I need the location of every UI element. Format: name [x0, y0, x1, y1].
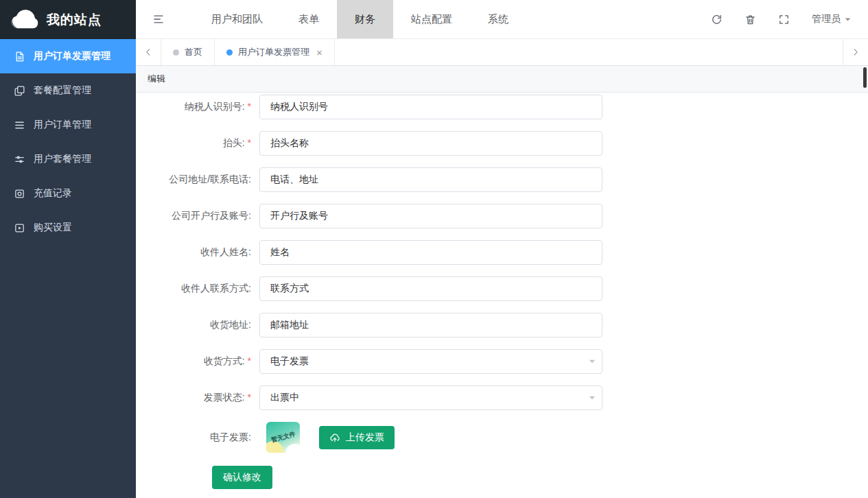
- top-nav: 用户和团队表单财务站点配置系统: [193, 0, 526, 38]
- field-label: 抬头:*: [136, 137, 259, 150]
- form-row-company-address-phone: 公司地址/联系电话:: [136, 167, 868, 192]
- invoice-file-thumbnail[interactable]: 暂无文件: [266, 422, 300, 453]
- sidebar-item-label: 套餐配置管理: [34, 84, 91, 97]
- main-area: 首页用户订单发票管理× 编辑 纳税人识别号:*抬头:*公司地址/联系电话:公司开…: [136, 39, 868, 498]
- app-root: 我的站点 用户和团队表单财务站点配置系统 管理员 用户订单发票管理套餐配置管理用…: [0, 0, 868, 498]
- sidebar-item-1[interactable]: 用户订单发票管理: [0, 39, 136, 73]
- field-label: 公司地址/联系电话:: [136, 174, 259, 186]
- tab-label: 用户订单发票管理: [238, 46, 309, 58]
- form-rows: 纳税人识别号:*抬头:*公司地址/联系电话:公司开户行及账号:收件人姓名:收件人…: [136, 95, 868, 410]
- form-row-invoice-title: 抬头:*: [136, 131, 868, 156]
- top-nav-item-3[interactable]: 财务: [337, 0, 393, 38]
- top-nav-item-5[interactable]: 系统: [470, 0, 526, 38]
- required-asterisk: *: [248, 101, 251, 112]
- input-control: [259, 95, 602, 119]
- field-label: 收货地址:: [136, 319, 259, 331]
- sidebar-toggle-icon[interactable]: [152, 13, 165, 25]
- taxpayer-id-input[interactable]: [259, 95, 602, 119]
- form-row-delivery-address: 收货地址:: [136, 313, 868, 337]
- field-label: 纳税人识别号:*: [136, 101, 259, 113]
- top-nav-item-4[interactable]: 站点配置: [393, 0, 470, 38]
- field-label: 收货方式:*: [136, 355, 259, 368]
- field-label: 收件人姓名:: [136, 246, 259, 259]
- confirm-edit-button[interactable]: 确认修改: [212, 466, 272, 489]
- cloud-upload-icon: [329, 432, 340, 443]
- sidebar: 用户订单发票管理套餐配置管理用户订单管理用户套餐管理充值记录购买设置: [0, 39, 136, 498]
- action-bar: 编辑: [136, 66, 868, 93]
- sidebar-item-label: 用户订单发票管理: [34, 50, 110, 62]
- form-row-einvoice-upload: 电子发票: 暂无文件 上传发票: [136, 422, 868, 453]
- tab-2[interactable]: 用户订单发票管理×: [215, 39, 335, 65]
- required-asterisk: *: [248, 355, 251, 366]
- sidebar-item-label: 充值记录: [34, 187, 72, 200]
- input-control: [259, 276, 602, 301]
- admin-dropdown[interactable]: 管理员: [812, 13, 852, 25]
- recipient-name-input[interactable]: [259, 240, 602, 265]
- input-control: [259, 131, 602, 156]
- required-asterisk: *: [248, 137, 251, 148]
- sliders-icon: [14, 154, 25, 165]
- brand-title: 我的站点: [47, 11, 102, 29]
- tabs: 首页用户订单发票管理×: [161, 39, 335, 65]
- sidebar-item-6[interactable]: 购买设置: [0, 211, 136, 245]
- scrollbar-thumb[interactable]: [863, 67, 867, 88]
- field-label: 发票状态:*: [136, 392, 259, 404]
- invoice-status-select[interactable]: [259, 386, 602, 410]
- input-control: [259, 167, 602, 192]
- top-header: 我的站点 用户和团队表单财务站点配置系统 管理员: [0, 0, 868, 39]
- delivery-method-select[interactable]: [259, 349, 602, 374]
- form-row-delivery-method: 收货方式:*: [136, 349, 868, 374]
- delivery-address-input[interactable]: [259, 313, 602, 337]
- trash-icon[interactable]: [744, 14, 756, 25]
- form-row-bank-account: 公司开户行及账号:: [136, 204, 868, 228]
- form-row-invoice-status: 发票状态:*: [136, 386, 868, 410]
- top-nav-item-2[interactable]: 表单: [281, 0, 337, 38]
- sidebar-item-3[interactable]: 用户订单管理: [0, 108, 136, 142]
- top-nav-item-1[interactable]: 用户和团队: [193, 0, 281, 38]
- tab-1[interactable]: 首页: [161, 39, 215, 65]
- list-icon: [14, 119, 25, 131]
- form-row-taxpayer-id: 纳税人识别号:*: [136, 95, 868, 119]
- tabs-scroll-right-icon[interactable]: [843, 39, 868, 65]
- no-file-placeholder: 暂无文件: [270, 430, 296, 445]
- invoice-title-input[interactable]: [259, 131, 602, 156]
- sidebar-item-2[interactable]: 套餐配置管理: [0, 73, 136, 108]
- play-square-icon: [14, 222, 25, 234]
- collection-icon: [14, 85, 25, 97]
- close-tab-icon[interactable]: ×: [316, 47, 322, 58]
- field-label: 公司开户行及账号:: [136, 210, 259, 222]
- bank-account-input[interactable]: [259, 204, 602, 228]
- upload-invoice-button[interactable]: 上传发票: [319, 426, 395, 449]
- breadcrumb: 编辑: [148, 73, 165, 85]
- field-label: 电子发票:: [136, 431, 259, 444]
- header-actions: 管理员: [711, 0, 868, 38]
- fullscreen-icon[interactable]: [778, 14, 790, 25]
- tabs-scroll-left-icon[interactable]: [136, 39, 161, 65]
- select-control: [259, 349, 602, 374]
- tab-status-dot: [173, 49, 179, 56]
- recipient-contact-input[interactable]: [259, 276, 602, 301]
- refresh-icon[interactable]: [711, 14, 723, 25]
- cloud-logo-icon: [9, 9, 40, 31]
- input-control: [259, 240, 602, 265]
- sidebar-item-label: 用户订单管理: [34, 119, 91, 131]
- sidebar-item-5[interactable]: 充值记录: [0, 176, 136, 211]
- brand-logo[interactable]: 我的站点: [0, 0, 136, 39]
- admin-label: 管理员: [812, 13, 841, 25]
- sidebar-item-label: 购买设置: [34, 222, 72, 234]
- required-asterisk: *: [248, 392, 251, 403]
- form-row-recipient-name: 收件人姓名:: [136, 240, 868, 265]
- select-control: [259, 386, 602, 410]
- input-control: [259, 204, 602, 228]
- chevron-down-icon: [844, 16, 852, 23]
- top-bar: 用户和团队表单财务站点配置系统 管理员: [136, 0, 868, 39]
- company-address-phone-input[interactable]: [259, 167, 602, 192]
- field-label: 收件人联系方式:: [136, 283, 259, 295]
- record-square-icon: [14, 188, 25, 200]
- input-control: [259, 313, 602, 337]
- tab-status-dot: [226, 49, 233, 56]
- file-invoice-icon: [14, 51, 25, 62]
- sidebar-item-4[interactable]: 用户套餐管理: [0, 142, 136, 176]
- sidebar-item-label: 用户套餐管理: [34, 153, 91, 165]
- tab-label: 首页: [185, 46, 202, 58]
